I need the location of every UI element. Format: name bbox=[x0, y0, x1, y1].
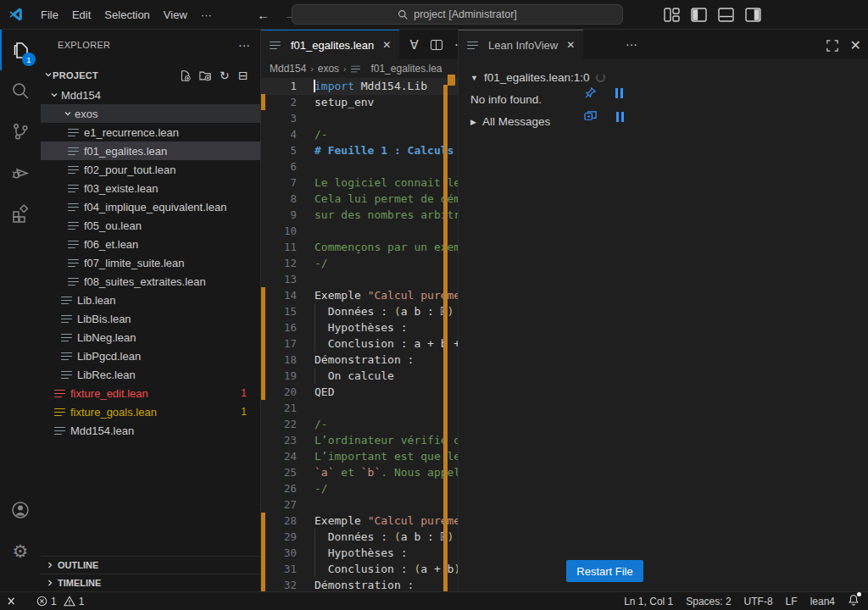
tab-f01-egalites[interactable]: f01_egalites.lean ✕ bbox=[261, 30, 399, 59]
problems-indicator[interactable]: 1 1 bbox=[36, 596, 84, 607]
code-line-19[interactable]: 19 On calcule bbox=[261, 368, 458, 384]
code-line-16[interactable]: 16 Hypothèses : bbox=[261, 319, 458, 336]
command-center-search[interactable]: project [Administrator] bbox=[292, 4, 623, 25]
status-lf[interactable]: LF bbox=[786, 596, 798, 607]
activity-explorer-icon[interactable]: 1 bbox=[0, 30, 41, 70]
section-outline[interactable]: OUTLINE bbox=[41, 556, 260, 574]
tree-file-LibBis.lean[interactable]: LibBis.lean bbox=[41, 309, 260, 328]
tree-file-fixture_goals.lean[interactable]: fixture_goals.lean1 bbox=[41, 402, 260, 421]
tree-file-f02_pour_tout.lean[interactable]: f02_pour_tout.lean bbox=[41, 160, 260, 179]
tree-file-Mdd154.lean[interactable]: Mdd154.lean bbox=[41, 421, 260, 440]
project-section-header[interactable]: PROJECT ↻ ⊟ bbox=[41, 66, 260, 85]
refresh-icon[interactable]: ↻ bbox=[220, 69, 230, 82]
status-lean4[interactable]: lean4 bbox=[810, 596, 835, 607]
close-tab-icon[interactable]: ✕ bbox=[566, 39, 575, 51]
tree-file-LibPgcd.lean[interactable]: LibPgcd.lean bbox=[41, 347, 260, 365]
tree-file-f08_suites_extraites.lean[interactable]: f08_suites_extraites.lean bbox=[41, 272, 260, 291]
tree-file-f06_et.lean[interactable]: f06_et.lean bbox=[41, 235, 260, 253]
code-line-30[interactable]: 30 Hypothèses : bbox=[261, 545, 458, 561]
code-line-32[interactable]: 32Démonstration : bbox=[261, 577, 458, 591]
breadcrumb-item[interactable]: Mdd154 bbox=[270, 63, 306, 75]
status-ln[interactable]: Ln 1, Col 1 bbox=[624, 596, 673, 607]
activity-source-control-icon[interactable] bbox=[0, 111, 41, 152]
activity-extensions-icon[interactable] bbox=[0, 192, 41, 233]
split-editor-icon[interactable] bbox=[431, 40, 442, 50]
code-line-13[interactable]: 13 bbox=[261, 271, 458, 287]
lean-infoview-toggle-icon[interactable]: ∀ bbox=[409, 37, 418, 53]
back-arrow-icon[interactable]: ← bbox=[256, 8, 271, 22]
section-timeline[interactable]: TIMELINE bbox=[41, 574, 260, 591]
code-line-26[interactable]: 26-/ bbox=[261, 480, 458, 496]
remote-indicator-icon[interactable] bbox=[7, 596, 19, 607]
tree-folder-exos[interactable]: exos bbox=[41, 104, 260, 123]
code-line-11[interactable]: 11Commençons par un exem bbox=[261, 239, 458, 255]
notifications-bell-icon[interactable] bbox=[848, 594, 860, 608]
code-line-14[interactable]: 14Exemple "Calcul pureme bbox=[261, 287, 458, 303]
tree-file-LibRec.lean[interactable]: LibRec.lean bbox=[41, 365, 260, 384]
code-line-28[interactable]: 28Exemple "Calcul pureme bbox=[261, 513, 458, 529]
infoview-more-actions-button[interactable]: ··· bbox=[626, 37, 637, 51]
breadcrumb-item[interactable]: exos bbox=[318, 63, 339, 75]
code-line-10[interactable]: 10 bbox=[261, 223, 458, 239]
tree-file-f07_limite_suite.lean[interactable]: f07_limite_suite.lean bbox=[41, 253, 260, 272]
close-panel-icon[interactable]: ✕ bbox=[850, 37, 861, 53]
code-editor[interactable]: 1import Mdd154.Lib2setup_env34/-5# Feuil… bbox=[261, 78, 458, 591]
all-messages-header[interactable]: ▶ All Messages bbox=[470, 115, 550, 128]
explorer-more-actions-button[interactable]: ··· bbox=[238, 38, 250, 52]
code-line-20[interactable]: 20QED bbox=[261, 384, 458, 400]
code-line-12[interactable]: 12-/ bbox=[261, 255, 458, 271]
copy-to-comment-icon[interactable] bbox=[584, 110, 598, 123]
menu-selection[interactable]: Selection bbox=[97, 5, 156, 25]
toggle-panel-icon[interactable] bbox=[718, 8, 734, 22]
code-line-27[interactable]: 27 bbox=[261, 496, 458, 513]
toggle-secondary-sidebar-icon[interactable] bbox=[745, 8, 761, 22]
tree-file-fixture_edit.lean[interactable]: fixture_edit.lean1 bbox=[41, 384, 260, 402]
code-line-31[interactable]: 31 Conclusion : (a + b) bbox=[261, 561, 458, 577]
menu-edit[interactable]: Edit bbox=[65, 5, 97, 25]
tree-file-f01_egalites.lean[interactable]: f01_egalites.lean bbox=[41, 141, 260, 160]
tree-file-e1_recurrence.lean[interactable]: e1_recurrence.lean bbox=[41, 123, 260, 141]
code-line-1[interactable]: 1import Mdd154.Lib bbox=[261, 78, 458, 94]
code-line-21[interactable]: 21 bbox=[261, 400, 458, 416]
infoview-position-header[interactable]: ▼ f01_egalites.lean:1:0 bbox=[470, 71, 605, 84]
menu-view[interactable]: View bbox=[157, 5, 194, 25]
code-line-18[interactable]: 18Démonstration : bbox=[261, 352, 458, 368]
collapse-all-icon[interactable]: ⊟ bbox=[238, 69, 248, 82]
code-line-3[interactable]: 3 bbox=[261, 110, 458, 126]
code-line-24[interactable]: 24L’important est que le bbox=[261, 448, 458, 464]
code-line-23[interactable]: 23L’ordinateur vérifie q bbox=[261, 432, 458, 448]
tree-folder-Mdd154[interactable]: Mdd154 bbox=[41, 86, 260, 104]
breadcrumb[interactable]: Mdd154›exos›f01_egalites.lea bbox=[261, 59, 458, 78]
new-file-icon[interactable] bbox=[180, 70, 191, 81]
customize-layout-icon[interactable] bbox=[664, 8, 680, 22]
maximize-panel-icon[interactable] bbox=[826, 40, 838, 52]
code-line-5[interactable]: 5# Feuille 1 : Calculs bbox=[261, 142, 458, 158]
code-line-8[interactable]: 8Cela lui permet de dém bbox=[261, 191, 458, 207]
status-utf8[interactable]: UTF-8 bbox=[744, 596, 773, 607]
close-tab-icon[interactable]: ✕ bbox=[382, 39, 391, 51]
new-folder-icon[interactable] bbox=[199, 70, 211, 81]
code-line-2[interactable]: 2setup_env bbox=[261, 94, 458, 110]
code-line-6[interactable]: 6 bbox=[261, 158, 458, 175]
restart-file-button[interactable]: Restart File bbox=[566, 560, 643, 582]
activity-search-icon[interactable] bbox=[0, 70, 41, 111]
menu-overflow-button[interactable]: ··· bbox=[194, 5, 219, 25]
menu-file[interactable]: File bbox=[34, 5, 65, 25]
tree-file-f04_implique_equivalent.lean[interactable]: f04_implique_equivalent.lean bbox=[41, 197, 260, 216]
code-line-7[interactable]: 7Le logiciel connait le bbox=[261, 175, 458, 191]
activity-account-icon[interactable] bbox=[0, 490, 41, 530]
overview-ruler[interactable] bbox=[443, 85, 448, 591]
activity-run-debug-icon[interactable] bbox=[0, 152, 41, 192]
tree-file-Lib.lean[interactable]: Lib.lean bbox=[41, 291, 260, 309]
code-line-4[interactable]: 4/- bbox=[261, 126, 458, 142]
tree-file-LibNeg.lean[interactable]: LibNeg.lean bbox=[41, 328, 260, 347]
code-line-22[interactable]: 22/- bbox=[261, 416, 458, 432]
breadcrumb-item[interactable]: f01_egalites.lea bbox=[370, 63, 442, 75]
tree-file-f03_existe.lean[interactable]: f03_existe.lean bbox=[41, 179, 260, 197]
pin-icon[interactable] bbox=[584, 86, 597, 99]
tab-lean-infoview[interactable]: Lean InfoView ✕ bbox=[459, 30, 583, 59]
code-line-25[interactable]: 25`a` et `b`. Nous appel bbox=[261, 464, 458, 480]
pause-updating-icon[interactable] bbox=[615, 88, 623, 98]
code-line-29[interactable]: 29 Données : (a b : ℝ) bbox=[261, 529, 458, 545]
code-line-17[interactable]: 17 Conclusion : a + b + bbox=[261, 336, 458, 352]
